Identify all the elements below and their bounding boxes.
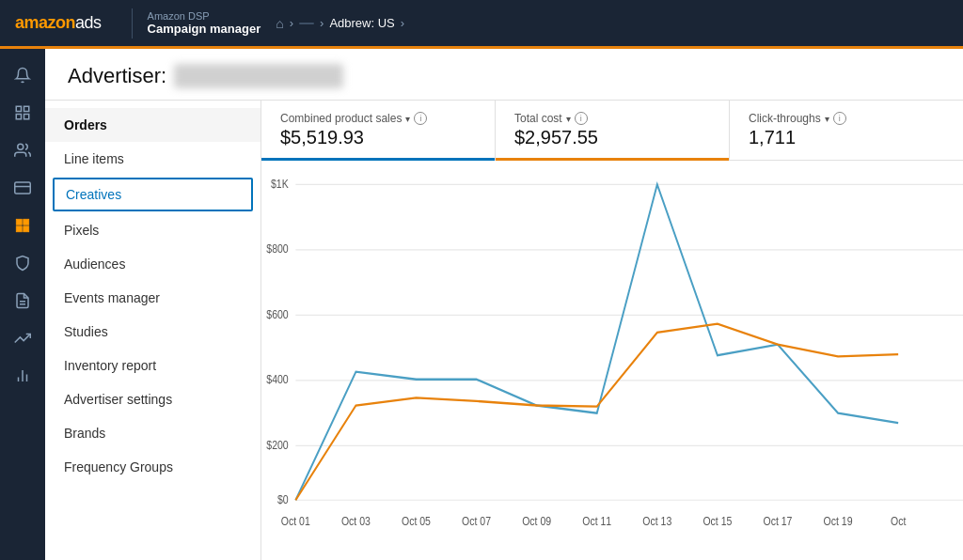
svg-text:Oct 09: Oct 09 <box>522 514 551 527</box>
breadcrumb-current: Adbrew: US <box>329 16 394 30</box>
nav-item-events-manager[interactable]: Events manager <box>45 281 260 315</box>
top-nav: amazonads Amazon DSP Campaign manager ⌂ … <box>0 0 963 49</box>
advertiser-name-blur <box>174 64 343 88</box>
svg-text:Oct 13: Oct 13 <box>642 514 671 527</box>
nav-item-frequency-groups[interactable]: Frequency Groups <box>45 450 260 484</box>
breadcrumb-sep1: › <box>290 16 293 30</box>
main-content: Orders Line items Creatives Pixels Audie… <box>45 101 963 560</box>
clicks-dropdown-icon[interactable]: ▾ <box>825 114 829 124</box>
svg-text:Oct 17: Oct 17 <box>763 514 792 527</box>
svg-point-4 <box>18 144 24 149</box>
metric-value-sales: $5,519.93 <box>280 127 476 148</box>
svg-text:Oct 15: Oct 15 <box>703 514 732 527</box>
nav-item-creatives[interactable]: Creatives <box>53 178 253 211</box>
svg-rect-8 <box>24 219 29 225</box>
metric-value-cost: $2,957.55 <box>514 127 710 148</box>
metric-card-cost: Total cost ▾ i $2,957.55 <box>496 101 730 160</box>
audience-icon[interactable] <box>8 135 38 165</box>
svg-text:$0: $0 <box>277 492 289 506</box>
campaign-icon[interactable] <box>8 210 38 241</box>
svg-rect-5 <box>15 182 31 194</box>
metric-label-cost: Total cost ▾ i <box>514 112 710 125</box>
analytics-icon[interactable] <box>8 361 38 391</box>
svg-rect-1 <box>24 106 29 111</box>
nav-breadcrumb: ⌂ › › Adbrew: US › <box>276 16 404 31</box>
chart-area: Combined product sales ▾ i $5,519.93 Tot… <box>261 101 963 560</box>
nav-item-line-items[interactable]: Line items <box>45 142 260 176</box>
nav-menu: Orders Line items Creatives Pixels Audie… <box>45 101 261 560</box>
nav-item-advertiser-settings[interactable]: Advertiser settings <box>45 382 260 416</box>
svg-text:Oct: Oct <box>891 514 907 527</box>
nav-item-pixels[interactable]: Pixels <box>45 213 260 247</box>
svg-text:Oct 03: Oct 03 <box>341 514 371 527</box>
metric-card-clicks: Click-throughs ▾ i 1,711 <box>730 101 963 160</box>
cost-dropdown-icon[interactable]: ▾ <box>566 114 571 124</box>
nav-item-audiences[interactable]: Audiences <box>45 247 260 281</box>
advertiser-label: Advertiser: <box>68 64 166 88</box>
sales-info-icon[interactable]: i <box>414 112 427 125</box>
nav-item-brands[interactable]: Brands <box>45 416 260 450</box>
dashboard-icon[interactable] <box>8 98 38 128</box>
billing-icon[interactable] <box>8 173 38 203</box>
home-icon[interactable]: ⌂ <box>276 16 283 31</box>
nav-app-info: Amazon DSP Campaign manager <box>148 10 261 36</box>
svg-rect-7 <box>16 219 22 225</box>
metric-value-clicks: 1,711 <box>749 127 944 148</box>
svg-rect-3 <box>24 115 29 119</box>
content-area: Advertiser: Orders Line items Creatives … <box>45 49 963 560</box>
left-sidebar <box>0 49 45 560</box>
inventory-icon[interactable] <box>8 286 38 316</box>
cost-info-icon[interactable]: i <box>575 112 588 125</box>
chart-container: $1K $800 $600 $400 $200 $0 <box>261 161 963 560</box>
svg-text:Oct 05: Oct 05 <box>402 514 431 527</box>
svg-text:$600: $600 <box>266 307 289 320</box>
svg-text:$800: $800 <box>266 241 289 255</box>
nav-app-title: Amazon DSP <box>148 10 261 22</box>
metrics-row: Combined product sales ▾ i $5,519.93 Tot… <box>261 101 963 161</box>
nav-item-inventory-report[interactable]: Inventory report <box>45 349 260 382</box>
nav-app-subtitle: Campaign manager <box>148 22 261 36</box>
svg-rect-9 <box>16 226 22 232</box>
metric-label-sales: Combined product sales ▾ i <box>280 112 476 125</box>
svg-text:$200: $200 <box>266 438 289 451</box>
security-icon[interactable] <box>8 248 38 278</box>
notifications-icon[interactable] <box>8 60 38 90</box>
breadcrumb-sep3: › <box>401 16 404 30</box>
svg-rect-2 <box>16 115 21 119</box>
clicks-info-icon[interactable]: i <box>833 112 846 125</box>
breadcrumb-sep2: › <box>320 16 324 30</box>
svg-text:$400: $400 <box>266 372 289 385</box>
nav-item-orders[interactable]: Orders <box>45 108 260 142</box>
svg-text:$1K: $1K <box>271 177 289 190</box>
advertiser-title: Advertiser: <box>68 64 940 88</box>
svg-text:Oct 11: Oct 11 <box>582 514 611 527</box>
trends-icon[interactable] <box>8 323 38 353</box>
line-chart: $1K $800 $600 $400 $200 $0 <box>261 168 963 560</box>
svg-rect-10 <box>24 226 29 232</box>
amazon-ads-logo: amazonads <box>15 13 102 33</box>
main-layout: Advertiser: Orders Line items Creatives … <box>0 49 963 560</box>
metric-label-clicks: Click-throughs ▾ i <box>749 112 944 125</box>
page-header: Advertiser: <box>45 49 963 101</box>
svg-text:Oct 19: Oct 19 <box>824 514 853 527</box>
svg-text:Oct 01: Oct 01 <box>281 514 310 527</box>
sales-dropdown-icon[interactable]: ▾ <box>405 114 410 124</box>
nav-item-studies[interactable]: Studies <box>45 315 260 349</box>
metric-card-sales: Combined product sales ▾ i $5,519.93 <box>261 101 496 160</box>
nav-divider <box>132 8 133 39</box>
blue-line <box>295 184 898 500</box>
svg-text:Oct 07: Oct 07 <box>462 514 491 527</box>
svg-rect-0 <box>16 106 21 111</box>
breadcrumb-advertiser <box>299 23 314 24</box>
